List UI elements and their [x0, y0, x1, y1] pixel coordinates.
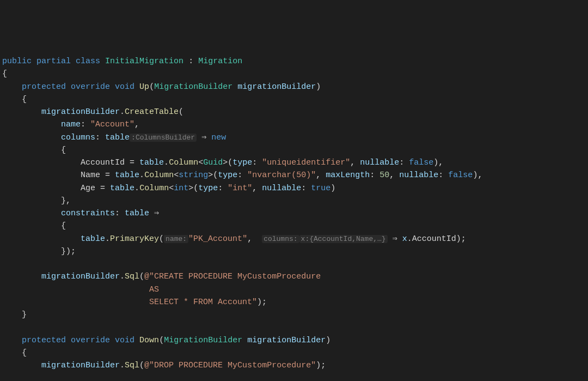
arg-columns: columns — [61, 133, 95, 142]
arg-name: name — [61, 120, 81, 129]
base-class: Migration — [198, 57, 242, 66]
brace-open: { — [2, 69, 7, 78]
param-type: MigrationBuilder — [154, 82, 232, 92]
param-name: migrationBuilder — [237, 82, 316, 92]
builder-var: migrationBuilder — [41, 107, 120, 117]
arg-constraints: constraints — [61, 209, 115, 218]
class-name: InitialMigration — [105, 57, 183, 66]
keyword-class: class — [76, 57, 100, 66]
method-createtable: CreateTable — [125, 107, 179, 117]
method-down: Down — [139, 336, 159, 345]
inlay-hint-name: name: — [164, 235, 188, 243]
sql-drop-proc: @"DROP PROCEDURE MyCustomProcedure" — [144, 361, 316, 370]
prop-name: Name — [81, 171, 100, 180]
code-block: public partial class InitialMigration : … — [2, 55, 586, 381]
keyword-protected: protected — [22, 82, 66, 92]
keyword-override: override — [71, 82, 110, 92]
lambda-arrow: ⇒ — [201, 133, 206, 142]
inlay-hint-x: x:{AccountId,Name,…} — [299, 235, 388, 243]
lambda-param-table: table — [105, 133, 130, 142]
prop-age: Age — [81, 184, 95, 193]
inlay-hint-columns: columns: — [262, 235, 299, 243]
sql-create-proc: @"CREATE PROCEDURE MyCustomProcedure — [144, 272, 321, 281]
inlay-hint-columnsbuilder: :ColumnsBuilder — [130, 134, 197, 142]
colon: : — [188, 57, 193, 66]
method-primarykey: PrimaryKey — [110, 234, 159, 244]
keyword-void: void — [115, 82, 134, 92]
prop-accountid: AccountId — [81, 158, 125, 167]
string-account: "Account" — [90, 120, 134, 129]
keyword-partial: partial — [36, 57, 71, 66]
method-up: Up — [139, 82, 149, 92]
keyword-public: public — [2, 57, 32, 66]
keyword-new: new — [211, 133, 226, 142]
method-sql: Sql — [125, 272, 139, 281]
